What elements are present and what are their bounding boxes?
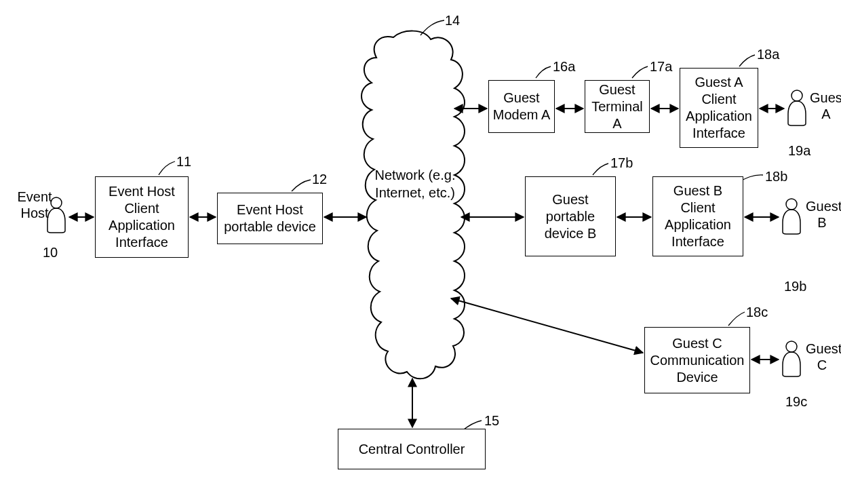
ref-guest-a-interface: 18a — [757, 46, 779, 62]
ref-guest-a-person: 19a — [788, 142, 810, 159]
person-icon-guest-a — [788, 90, 806, 125]
box-guest-c-device: Guest C Communication Device — [644, 327, 750, 393]
ref-guest-portable-b: 17b — [610, 155, 633, 171]
box-central-controller: Central Controller — [338, 429, 486, 469]
box-guest-terminal-a: Guest Terminal A — [585, 80, 650, 133]
label-guest-c: Guest C — [806, 341, 838, 373]
ref-central-controller: 15 — [484, 412, 499, 429]
box-event-host-device: Event Host portable device — [217, 193, 323, 244]
ref-guest-c-person: 19c — [785, 393, 807, 410]
diagram-stage: Network (e.g. Internet, etc.) Event Host… — [0, 0, 841, 504]
ref-event-host-interface: 11 — [176, 153, 191, 170]
label-guest-a: Guest A — [810, 90, 841, 122]
ref-guest-modem-a: 16a — [553, 58, 575, 75]
ref-network: 14 — [445, 12, 460, 28]
box-guest-modem-a: Guest Modem A — [488, 80, 555, 133]
ref-guest-terminal-a: 17a — [650, 58, 672, 75]
ref-event-host: 10 — [43, 244, 58, 260]
network-label: Network (e.g. Internet, etc.) — [374, 166, 456, 201]
svg-line-11 — [451, 298, 643, 353]
label-guest-b: Guest B — [806, 198, 838, 231]
label-event-host: Event Host — [16, 189, 53, 221]
ref-guest-b-person: 19b — [784, 278, 806, 294]
person-icon-guest-c — [783, 341, 800, 376]
person-icon-guest-b — [783, 199, 800, 234]
ref-event-host-device: 12 — [312, 171, 327, 187]
box-event-host-interface: Event Host Client Application Interface — [95, 176, 189, 258]
box-guest-b-interface: Guest B Client Application Interface — [652, 176, 743, 256]
ref-guest-b-interface: 18b — [765, 168, 787, 185]
box-guest-portable-b: Guest portable device B — [525, 176, 616, 256]
network-cloud — [361, 31, 465, 379]
box-guest-a-interface: Guest A Client Application Interface — [680, 68, 758, 148]
ref-guest-c-device: 18c — [746, 304, 768, 320]
